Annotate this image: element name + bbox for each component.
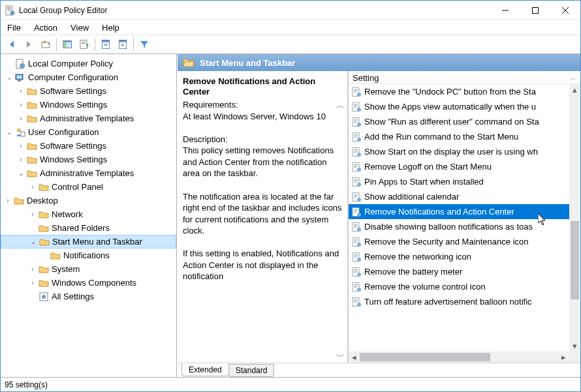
setting-item[interactable]: Show the Apps view automatically when th…	[349, 99, 569, 114]
tree-uc-admin[interactable]: ⌄Administrative Templates	[1, 166, 176, 180]
expander-icon[interactable]: ›	[16, 114, 25, 123]
tree-cc-windows[interactable]: ›Windows Settings	[1, 98, 176, 112]
tree-windows-components[interactable]: ›Windows Components	[1, 276, 176, 290]
tree-control-panel[interactable]: ›Control Panel	[1, 180, 176, 194]
settings-column-header[interactable]: Setting ︿	[349, 71, 580, 84]
svg-rect-75	[354, 212, 356, 213]
expander-icon[interactable]: ›	[16, 155, 25, 164]
svg-rect-98	[354, 284, 358, 285]
tree-label: Local Computer Policy	[28, 59, 113, 68]
setting-item[interactable]: Remove Notifications and Action Center	[349, 204, 569, 219]
scroll-left-icon[interactable]: ◂	[349, 352, 360, 363]
setting-item[interactable]: Show "Run as different user" command on …	[349, 114, 569, 129]
tree-computer-config[interactable]: ⌄ Computer Configuration	[1, 70, 176, 84]
tab-extended[interactable]: Extended	[181, 363, 229, 376]
tree-label: Windows Components	[52, 278, 136, 288]
setting-item[interactable]: Remove the networking icon	[349, 249, 569, 264]
menu-view[interactable]: View	[64, 22, 95, 34]
description-pane: Remove Notifications and Action Center R…	[178, 71, 347, 363]
tree-pane[interactable]: Local Computer Policy ⌄ Computer Configu…	[1, 54, 177, 377]
minimize-button[interactable]	[490, 1, 520, 20]
expander-icon[interactable]: ›	[28, 265, 37, 274]
expander-icon[interactable]: ›	[16, 100, 25, 110]
menu-file[interactable]: File	[1, 22, 27, 34]
expander-icon[interactable]: ⌄	[5, 128, 14, 137]
tree-user-config[interactable]: ⌄ User Configuration	[1, 125, 176, 139]
forward-button[interactable]	[21, 37, 37, 52]
tree-uc-software[interactable]: ›Software Settings	[1, 139, 176, 153]
expander-icon[interactable]	[5, 59, 14, 68]
description-p3: If this setting is enabled, Notification…	[183, 249, 339, 281]
setting-item[interactable]: Remove the Security and Maintenance icon	[349, 234, 569, 249]
expander-icon[interactable]: ⌄	[29, 237, 38, 247]
setting-item[interactable]: Disable showing balloon notifications as…	[349, 219, 569, 234]
folder-icon	[14, 196, 24, 206]
setting-item[interactable]: Show additional calendar	[349, 189, 569, 204]
setting-item[interactable]: Add the Run command to the Start Menu	[349, 129, 569, 144]
scroll-thumb[interactable]	[360, 353, 490, 361]
expander-icon[interactable]: ›	[28, 279, 37, 288]
tree-cc-admin[interactable]: ›Administrative Templates	[1, 112, 176, 125]
setting-item[interactable]: Remove Logoff on the Start Menu	[349, 159, 569, 174]
scroll-thumb[interactable]	[571, 221, 579, 299]
tree-label: Windows Settings	[40, 155, 107, 164]
chevron-up-icon[interactable]: ︿	[570, 74, 576, 83]
folder-open-icon	[183, 57, 195, 68]
expander-icon[interactable]: ›	[3, 196, 12, 205]
svg-rect-22	[119, 40, 127, 42]
setting-item[interactable]: Show Start on the display the user is us…	[349, 144, 569, 159]
settings-list[interactable]: Remove the "Undock PC" button from the S…	[349, 84, 580, 363]
tree-uc-windows[interactable]: ›Windows Settings	[1, 153, 176, 166]
svg-rect-55	[354, 152, 356, 153]
expander-icon[interactable]: ›	[28, 183, 37, 192]
scroll-down-icon[interactable]: ▾	[569, 340, 580, 352]
menu-action[interactable]: Action	[27, 22, 64, 34]
menu-help[interactable]: Help	[95, 22, 126, 34]
setting-item[interactable]: Turn off feature advertisement balloon n…	[349, 294, 569, 309]
export-list-button[interactable]	[76, 37, 92, 52]
back-button[interactable]	[4, 37, 20, 52]
setting-item[interactable]: Remove the battery meter	[349, 264, 569, 279]
horizontal-scrollbar[interactable]: ◂ ▸	[349, 352, 569, 363]
tree-network[interactable]: ›Network	[1, 207, 176, 221]
tree-root[interactable]: Local Computer Policy	[1, 57, 176, 70]
svg-rect-26	[17, 75, 22, 78]
tree-desktop[interactable]: ›Desktop	[1, 194, 176, 207]
tree-all-settings[interactable]: All Settings	[1, 290, 176, 303]
vertical-scrollbar[interactable]: ▴ ▾	[569, 84, 580, 352]
policy-item-icon	[351, 207, 362, 217]
setting-item[interactable]: Pin Apps to Start when installed	[349, 174, 569, 189]
scroll-right-icon[interactable]: ▸	[558, 352, 569, 363]
maximize-button[interactable]	[520, 1, 550, 20]
expander-icon[interactable]: ⌄	[16, 169, 25, 178]
tab-standard[interactable]: Standard	[228, 364, 275, 377]
help-button[interactable]	[115, 37, 131, 52]
properties-button[interactable]	[98, 37, 114, 52]
tree-system[interactable]: ›System	[1, 262, 176, 276]
svg-rect-105	[354, 302, 356, 303]
svg-rect-90	[354, 257, 356, 258]
tree-notifications[interactable]: Notifications	[1, 249, 176, 262]
show-hide-tree-button[interactable]	[59, 37, 75, 52]
svg-rect-40	[354, 107, 356, 108]
filter-button[interactable]	[136, 37, 152, 52]
svg-point-41	[357, 108, 361, 112]
svg-rect-12	[63, 42, 67, 48]
svg-rect-54	[354, 151, 358, 151]
close-button[interactable]	[550, 1, 580, 20]
scroll-up-icon[interactable]: ▴	[569, 84, 580, 95]
expander-icon[interactable]: ›	[16, 142, 25, 151]
up-button[interactable]	[38, 37, 54, 52]
setting-item[interactable]: Remove the "Undock PC" button from the S…	[349, 84, 569, 99]
menubar: File Action View Help	[1, 20, 580, 35]
tree-shared-folders[interactable]: Shared Folders	[1, 221, 176, 235]
tree-cc-software[interactable]: ›Software Settings	[1, 84, 176, 98]
svg-rect-39	[354, 106, 358, 106]
expander-icon[interactable]: ›	[28, 210, 37, 219]
setting-item[interactable]: Remove the volume control icon	[349, 279, 569, 294]
tree-start-menu-taskbar[interactable]: ⌄Start Menu and Taskbar	[1, 235, 176, 249]
desc-scroll-up[interactable]: ︿	[336, 101, 345, 110]
expander-icon[interactable]: ⌄	[5, 73, 14, 82]
expander-icon[interactable]: ›	[16, 87, 25, 96]
desc-scroll-down[interactable]: ﹀	[336, 352, 345, 361]
